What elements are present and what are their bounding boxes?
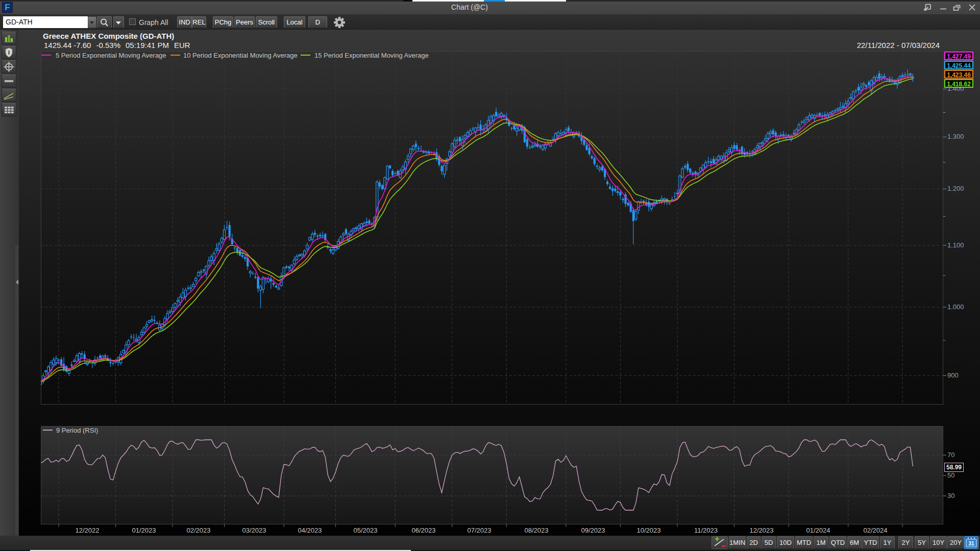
svg-text:I: I [8,49,10,56]
svg-text:31: 31 [968,541,974,546]
